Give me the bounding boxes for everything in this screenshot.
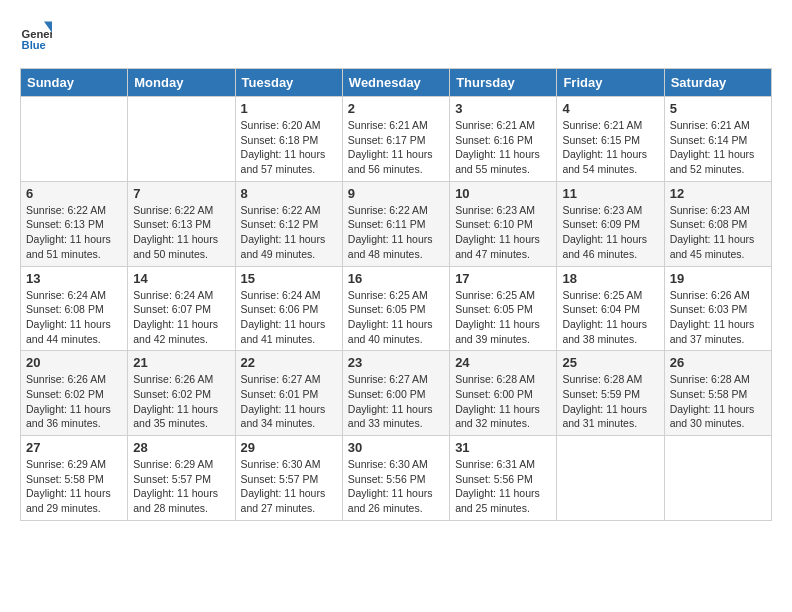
day-info: Sunrise: 6:29 AM Sunset: 5:58 PM Dayligh… — [26, 457, 122, 516]
weekday-header-wednesday: Wednesday — [342, 69, 449, 97]
day-number: 28 — [133, 440, 229, 455]
calendar-cell — [557, 436, 664, 521]
day-info: Sunrise: 6:28 AM Sunset: 5:58 PM Dayligh… — [670, 372, 766, 431]
day-number: 10 — [455, 186, 551, 201]
day-number: 11 — [562, 186, 658, 201]
calendar-cell: 15Sunrise: 6:24 AM Sunset: 6:06 PM Dayli… — [235, 266, 342, 351]
day-number: 30 — [348, 440, 444, 455]
calendar-cell: 2Sunrise: 6:21 AM Sunset: 6:17 PM Daylig… — [342, 97, 449, 182]
day-info: Sunrise: 6:26 AM Sunset: 6:03 PM Dayligh… — [670, 288, 766, 347]
calendar-cell: 13Sunrise: 6:24 AM Sunset: 6:08 PM Dayli… — [21, 266, 128, 351]
calendar-cell: 8Sunrise: 6:22 AM Sunset: 6:12 PM Daylig… — [235, 181, 342, 266]
day-info: Sunrise: 6:27 AM Sunset: 6:00 PM Dayligh… — [348, 372, 444, 431]
calendar-cell: 28Sunrise: 6:29 AM Sunset: 5:57 PM Dayli… — [128, 436, 235, 521]
day-number: 24 — [455, 355, 551, 370]
day-info: Sunrise: 6:22 AM Sunset: 6:11 PM Dayligh… — [348, 203, 444, 262]
day-number: 7 — [133, 186, 229, 201]
day-info: Sunrise: 6:23 AM Sunset: 6:10 PM Dayligh… — [455, 203, 551, 262]
day-info: Sunrise: 6:24 AM Sunset: 6:08 PM Dayligh… — [26, 288, 122, 347]
calendar-cell: 6Sunrise: 6:22 AM Sunset: 6:13 PM Daylig… — [21, 181, 128, 266]
day-info: Sunrise: 6:30 AM Sunset: 5:56 PM Dayligh… — [348, 457, 444, 516]
day-number: 4 — [562, 101, 658, 116]
calendar-cell: 10Sunrise: 6:23 AM Sunset: 6:10 PM Dayli… — [450, 181, 557, 266]
day-number: 27 — [26, 440, 122, 455]
calendar-week-row: 20Sunrise: 6:26 AM Sunset: 6:02 PM Dayli… — [21, 351, 772, 436]
day-info: Sunrise: 6:28 AM Sunset: 6:00 PM Dayligh… — [455, 372, 551, 431]
day-info: Sunrise: 6:21 AM Sunset: 6:17 PM Dayligh… — [348, 118, 444, 177]
calendar-cell: 31Sunrise: 6:31 AM Sunset: 5:56 PM Dayli… — [450, 436, 557, 521]
day-number: 12 — [670, 186, 766, 201]
calendar-cell: 14Sunrise: 6:24 AM Sunset: 6:07 PM Dayli… — [128, 266, 235, 351]
calendar-cell — [128, 97, 235, 182]
day-info: Sunrise: 6:26 AM Sunset: 6:02 PM Dayligh… — [26, 372, 122, 431]
day-info: Sunrise: 6:30 AM Sunset: 5:57 PM Dayligh… — [241, 457, 337, 516]
svg-text:Blue: Blue — [22, 39, 46, 51]
day-number: 21 — [133, 355, 229, 370]
calendar-cell: 20Sunrise: 6:26 AM Sunset: 6:02 PM Dayli… — [21, 351, 128, 436]
svg-text:General: General — [22, 28, 52, 40]
day-info: Sunrise: 6:23 AM Sunset: 6:09 PM Dayligh… — [562, 203, 658, 262]
calendar-cell: 18Sunrise: 6:25 AM Sunset: 6:04 PM Dayli… — [557, 266, 664, 351]
calendar-cell: 27Sunrise: 6:29 AM Sunset: 5:58 PM Dayli… — [21, 436, 128, 521]
logo: General Blue — [20, 20, 56, 52]
day-info: Sunrise: 6:29 AM Sunset: 5:57 PM Dayligh… — [133, 457, 229, 516]
day-info: Sunrise: 6:24 AM Sunset: 6:07 PM Dayligh… — [133, 288, 229, 347]
day-info: Sunrise: 6:21 AM Sunset: 6:15 PM Dayligh… — [562, 118, 658, 177]
weekday-header-saturday: Saturday — [664, 69, 771, 97]
day-number: 6 — [26, 186, 122, 201]
calendar-cell: 19Sunrise: 6:26 AM Sunset: 6:03 PM Dayli… — [664, 266, 771, 351]
day-number: 8 — [241, 186, 337, 201]
day-number: 19 — [670, 271, 766, 286]
day-info: Sunrise: 6:21 AM Sunset: 6:14 PM Dayligh… — [670, 118, 766, 177]
weekday-header-sunday: Sunday — [21, 69, 128, 97]
day-number: 26 — [670, 355, 766, 370]
calendar-cell — [664, 436, 771, 521]
day-number: 14 — [133, 271, 229, 286]
day-number: 18 — [562, 271, 658, 286]
day-info: Sunrise: 6:22 AM Sunset: 6:13 PM Dayligh… — [133, 203, 229, 262]
day-info: Sunrise: 6:27 AM Sunset: 6:01 PM Dayligh… — [241, 372, 337, 431]
calendar-cell: 9Sunrise: 6:22 AM Sunset: 6:11 PM Daylig… — [342, 181, 449, 266]
day-info: Sunrise: 6:25 AM Sunset: 6:04 PM Dayligh… — [562, 288, 658, 347]
calendar-cell: 12Sunrise: 6:23 AM Sunset: 6:08 PM Dayli… — [664, 181, 771, 266]
day-info: Sunrise: 6:21 AM Sunset: 6:16 PM Dayligh… — [455, 118, 551, 177]
calendar-cell: 4Sunrise: 6:21 AM Sunset: 6:15 PM Daylig… — [557, 97, 664, 182]
day-number: 9 — [348, 186, 444, 201]
calendar-cell: 7Sunrise: 6:22 AM Sunset: 6:13 PM Daylig… — [128, 181, 235, 266]
day-number: 20 — [26, 355, 122, 370]
calendar-cell: 24Sunrise: 6:28 AM Sunset: 6:00 PM Dayli… — [450, 351, 557, 436]
calendar-cell: 21Sunrise: 6:26 AM Sunset: 6:02 PM Dayli… — [128, 351, 235, 436]
day-number: 31 — [455, 440, 551, 455]
calendar-table: SundayMondayTuesdayWednesdayThursdayFrid… — [20, 68, 772, 521]
day-number: 15 — [241, 271, 337, 286]
logo-icon: General Blue — [20, 20, 52, 52]
day-info: Sunrise: 6:22 AM Sunset: 6:13 PM Dayligh… — [26, 203, 122, 262]
calendar-cell: 29Sunrise: 6:30 AM Sunset: 5:57 PM Dayli… — [235, 436, 342, 521]
day-info: Sunrise: 6:23 AM Sunset: 6:08 PM Dayligh… — [670, 203, 766, 262]
day-number: 3 — [455, 101, 551, 116]
calendar-cell — [21, 97, 128, 182]
calendar-cell: 11Sunrise: 6:23 AM Sunset: 6:09 PM Dayli… — [557, 181, 664, 266]
day-number: 2 — [348, 101, 444, 116]
calendar-cell: 5Sunrise: 6:21 AM Sunset: 6:14 PM Daylig… — [664, 97, 771, 182]
day-info: Sunrise: 6:24 AM Sunset: 6:06 PM Dayligh… — [241, 288, 337, 347]
calendar-cell: 30Sunrise: 6:30 AM Sunset: 5:56 PM Dayli… — [342, 436, 449, 521]
day-number: 22 — [241, 355, 337, 370]
day-number: 23 — [348, 355, 444, 370]
page-header: General Blue — [20, 20, 772, 52]
day-info: Sunrise: 6:22 AM Sunset: 6:12 PM Dayligh… — [241, 203, 337, 262]
calendar-week-row: 27Sunrise: 6:29 AM Sunset: 5:58 PM Dayli… — [21, 436, 772, 521]
day-info: Sunrise: 6:25 AM Sunset: 6:05 PM Dayligh… — [348, 288, 444, 347]
calendar-cell: 26Sunrise: 6:28 AM Sunset: 5:58 PM Dayli… — [664, 351, 771, 436]
calendar-cell: 3Sunrise: 6:21 AM Sunset: 6:16 PM Daylig… — [450, 97, 557, 182]
day-number: 16 — [348, 271, 444, 286]
weekday-header-friday: Friday — [557, 69, 664, 97]
calendar-cell: 25Sunrise: 6:28 AM Sunset: 5:59 PM Dayli… — [557, 351, 664, 436]
day-number: 13 — [26, 271, 122, 286]
calendar-week-row: 13Sunrise: 6:24 AM Sunset: 6:08 PM Dayli… — [21, 266, 772, 351]
weekday-header-tuesday: Tuesday — [235, 69, 342, 97]
calendar-cell: 23Sunrise: 6:27 AM Sunset: 6:00 PM Dayli… — [342, 351, 449, 436]
day-info: Sunrise: 6:25 AM Sunset: 6:05 PM Dayligh… — [455, 288, 551, 347]
day-number: 5 — [670, 101, 766, 116]
calendar-week-row: 1Sunrise: 6:20 AM Sunset: 6:18 PM Daylig… — [21, 97, 772, 182]
